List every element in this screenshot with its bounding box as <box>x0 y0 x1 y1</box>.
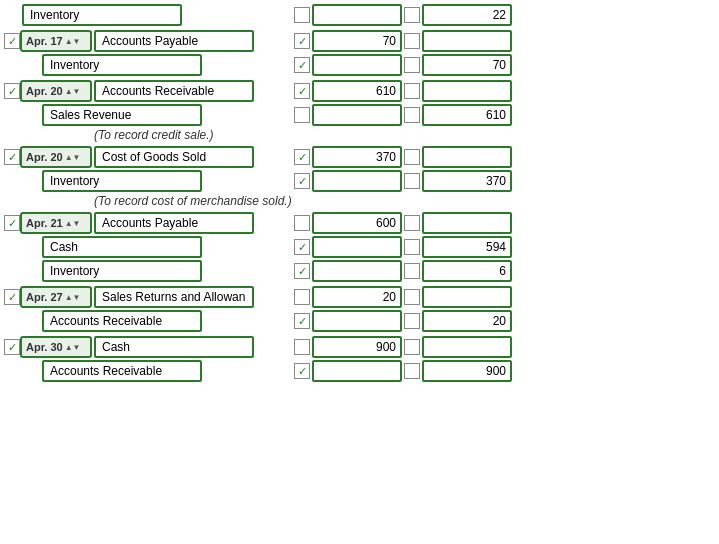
entry-row: ✓Apr. 30 ▲▼Cash900 <box>4 336 715 358</box>
date-button[interactable]: Apr. 27 ▲▼ <box>20 286 92 308</box>
right-section: 900 <box>294 336 715 358</box>
debit-amount-field[interactable] <box>312 310 402 332</box>
credit-amount-field[interactable]: 900 <box>422 360 512 382</box>
debit-checkbox[interactable]: ✓ <box>294 83 310 99</box>
right-section: ✓70 <box>294 30 715 52</box>
debit-amount-field[interactable]: 70 <box>312 30 402 52</box>
debit-amount-field[interactable]: 370 <box>312 146 402 168</box>
left-section: Inventory <box>4 170 294 192</box>
top-checkbox[interactable]: ✓ <box>4 289 20 305</box>
debit-checkbox[interactable]: ✓ <box>294 263 310 279</box>
credit-amount-field[interactable]: 22 <box>422 4 512 26</box>
account-field[interactable]: Sales Returns and Allowan <box>94 286 254 308</box>
credit-checkbox[interactable] <box>404 239 420 255</box>
top-checkbox[interactable]: ✓ <box>4 215 20 231</box>
top-checkbox[interactable]: ✓ <box>4 83 20 99</box>
debit-amount-field[interactable]: 610 <box>312 80 402 102</box>
account-field[interactable]: Inventory <box>42 260 202 282</box>
account-field[interactable]: Inventory <box>22 4 182 26</box>
top-checkbox[interactable]: ✓ <box>4 149 20 165</box>
debit-amount-field[interactable]: 900 <box>312 336 402 358</box>
credit-amount-field[interactable] <box>422 30 512 52</box>
entry-row: Inventory22 <box>4 4 715 26</box>
debit-amount-field[interactable] <box>312 236 402 258</box>
credit-checkbox[interactable] <box>404 289 420 305</box>
date-button[interactable]: Apr. 21 ▲▼ <box>20 212 92 234</box>
left-section: Inventory <box>4 54 294 76</box>
credit-amount-field[interactable]: 70 <box>422 54 512 76</box>
account-field[interactable]: Accounts Receivable <box>42 360 202 382</box>
credit-amount-field[interactable]: 370 <box>422 170 512 192</box>
credit-checkbox[interactable] <box>404 107 420 123</box>
debit-amount-field[interactable] <box>312 360 402 382</box>
debit-amount-field[interactable] <box>312 260 402 282</box>
entry-row: ✓Apr. 20 ▲▼Cost of Goods Sold✓370 <box>4 146 715 168</box>
debit-amount-field[interactable]: 600 <box>312 212 402 234</box>
credit-checkbox[interactable] <box>404 363 420 379</box>
credit-checkbox[interactable] <box>404 83 420 99</box>
date-button[interactable]: Apr. 17 ▲▼ <box>20 30 92 52</box>
debit-checkbox[interactable]: ✓ <box>294 149 310 165</box>
credit-amount-field[interactable] <box>422 80 512 102</box>
right-section: 22 <box>294 4 715 26</box>
credit-amount-field[interactable]: 594 <box>422 236 512 258</box>
credit-checkbox[interactable] <box>404 33 420 49</box>
entry-note: (To record credit sale.) <box>94 128 715 142</box>
journal-container: Inventory22✓Apr. 17 ▲▼Accounts Payable✓7… <box>4 4 715 382</box>
credit-amount-field[interactable]: 610 <box>422 104 512 126</box>
date-button[interactable]: Apr. 20 ▲▼ <box>20 146 92 168</box>
credit-amount-field[interactable] <box>422 286 512 308</box>
date-arrows: ▲▼ <box>65 293 81 302</box>
account-field[interactable]: Cash <box>94 336 254 358</box>
credit-amount-field[interactable] <box>422 336 512 358</box>
right-section: ✓594 <box>294 236 715 258</box>
credit-amount-field[interactable]: 6 <box>422 260 512 282</box>
debit-checkbox[interactable] <box>294 107 310 123</box>
account-field[interactable]: Accounts Payable <box>94 30 254 52</box>
debit-amount-field[interactable] <box>312 54 402 76</box>
credit-checkbox[interactable] <box>404 149 420 165</box>
debit-amount-field[interactable] <box>312 170 402 192</box>
debit-checkbox[interactable]: ✓ <box>294 173 310 189</box>
top-checkbox[interactable]: ✓ <box>4 339 20 355</box>
credit-amount-field[interactable] <box>422 212 512 234</box>
entry-row: Accounts Receivable✓900 <box>4 360 715 382</box>
debit-checkbox[interactable] <box>294 215 310 231</box>
credit-checkbox[interactable] <box>404 313 420 329</box>
credit-checkbox[interactable] <box>404 173 420 189</box>
debit-checkbox[interactable] <box>294 7 310 23</box>
account-field[interactable]: Inventory <box>42 170 202 192</box>
journal-entry-entry-apr20-ar: ✓Apr. 20 ▲▼Accounts Receivable✓610Sales … <box>4 80 715 142</box>
account-field[interactable]: Inventory <box>42 54 202 76</box>
debit-checkbox[interactable]: ✓ <box>294 239 310 255</box>
date-button[interactable]: Apr. 30 ▲▼ <box>20 336 92 358</box>
credit-amount-field[interactable]: 20 <box>422 310 512 332</box>
left-section: ✓Apr. 27 ▲▼Sales Returns and Allowan <box>4 286 294 308</box>
debit-amount-field[interactable] <box>312 104 402 126</box>
account-field[interactable]: Cost of Goods Sold <box>94 146 254 168</box>
account-field[interactable]: Accounts Receivable <box>94 80 254 102</box>
debit-checkbox[interactable]: ✓ <box>294 363 310 379</box>
debit-checkbox[interactable]: ✓ <box>294 33 310 49</box>
credit-checkbox[interactable] <box>404 339 420 355</box>
debit-checkbox[interactable]: ✓ <box>294 313 310 329</box>
credit-checkbox[interactable] <box>404 7 420 23</box>
credit-checkbox[interactable] <box>404 215 420 231</box>
debit-checkbox[interactable] <box>294 289 310 305</box>
journal-entry-entry-apr17: ✓Apr. 17 ▲▼Accounts Payable✓70Inventory✓… <box>4 30 715 76</box>
debit-checkbox[interactable] <box>294 339 310 355</box>
account-field[interactable]: Accounts Receivable <box>42 310 202 332</box>
credit-checkbox[interactable] <box>404 263 420 279</box>
date-button[interactable]: Apr. 20 ▲▼ <box>20 80 92 102</box>
right-section: ✓370 <box>294 170 715 192</box>
account-field[interactable]: Cash <box>42 236 202 258</box>
debit-amount-field[interactable]: 20 <box>312 286 402 308</box>
top-checkbox[interactable]: ✓ <box>4 33 20 49</box>
account-field[interactable]: Accounts Payable <box>94 212 254 234</box>
debit-amount-field[interactable] <box>312 4 402 26</box>
account-field[interactable]: Sales Revenue <box>42 104 202 126</box>
credit-checkbox[interactable] <box>404 57 420 73</box>
credit-amount-field[interactable] <box>422 146 512 168</box>
left-section: ✓Apr. 21 ▲▼Accounts Payable <box>4 212 294 234</box>
debit-checkbox[interactable]: ✓ <box>294 57 310 73</box>
